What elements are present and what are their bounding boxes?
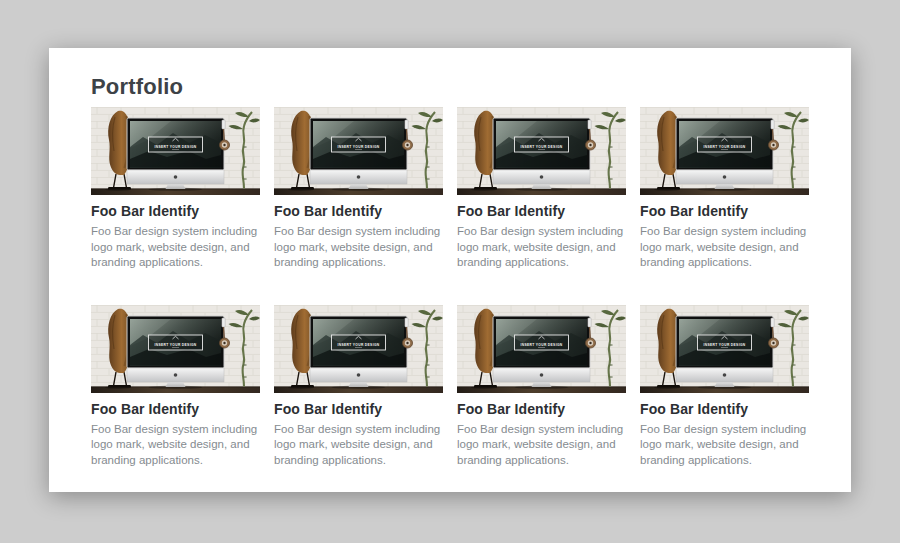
apple-logo-icon xyxy=(723,175,727,179)
card-title: Foo Bar Identify xyxy=(274,401,443,418)
screen-label: INSERT YOUR DESIGN xyxy=(704,145,746,149)
imac-on-desk-photo: INSERT YOUR DESIGN xyxy=(274,305,443,393)
card-description: Foo Bar design system including logo mar… xyxy=(274,224,443,271)
card-title: Foo Bar Identify xyxy=(457,401,626,418)
card-description: Foo Bar design system including logo mar… xyxy=(457,422,626,469)
screen-label: INSERT YOUR DESIGN xyxy=(521,342,563,346)
screen-frame-box: INSERT YOUR DESIGN xyxy=(515,335,569,350)
imac-stand xyxy=(532,184,552,189)
screen-label: INSERT YOUR DESIGN xyxy=(338,342,380,346)
screen-subcaption-line xyxy=(538,347,545,348)
apple-logo-icon xyxy=(540,175,544,179)
imac-on-desk-photo: INSERT YOUR DESIGN xyxy=(640,107,809,195)
card-description: Foo Bar design system including logo mar… xyxy=(274,422,443,469)
apple-logo-icon xyxy=(357,175,361,179)
imac-on-desk-photo: INSERT YOUR DESIGN xyxy=(457,107,626,195)
screen-label: INSERT YOUR DESIGN xyxy=(338,145,380,149)
screen-subcaption-line xyxy=(721,149,728,150)
portfolio-thumbnail-link[interactable]: INSERT YOUR DESIGN xyxy=(91,305,260,393)
portfolio-thumbnail-link[interactable]: INSERT YOUR DESIGN xyxy=(274,107,443,195)
portfolio-thumbnail-link[interactable]: INSERT YOUR DESIGN xyxy=(457,305,626,393)
imac-on-desk-photo: INSERT YOUR DESIGN xyxy=(91,305,260,393)
card-title: Foo Bar Identify xyxy=(91,203,260,220)
screen-frame-box: INSERT YOUR DESIGN xyxy=(149,335,203,350)
imac: INSERT YOUR DESIGN xyxy=(493,118,590,191)
portfolio-grid: INSERT YOUR DESIGN Fo xyxy=(91,107,809,468)
imac: INSERT YOUR DESIGN xyxy=(676,316,773,389)
portfolio-thumbnail-link[interactable]: INSERT YOUR DESIGN xyxy=(640,107,809,195)
card-title: Foo Bar Identify xyxy=(640,401,809,418)
imac-chin xyxy=(127,170,224,184)
screen-label: INSERT YOUR DESIGN xyxy=(521,145,563,149)
screen-label: INSERT YOUR DESIGN xyxy=(155,342,197,346)
screen-subcaption-line xyxy=(172,347,179,348)
card-description: Foo Bar design system including logo mar… xyxy=(640,422,809,469)
portfolio-thumbnail-link[interactable]: INSERT YOUR DESIGN xyxy=(274,305,443,393)
screen-frame-box: INSERT YOUR DESIGN xyxy=(698,137,752,152)
imac: INSERT YOUR DESIGN xyxy=(310,118,407,191)
imac: INSERT YOUR DESIGN xyxy=(127,316,224,389)
apple-logo-icon xyxy=(174,373,178,377)
imac: INSERT YOUR DESIGN xyxy=(127,118,224,191)
screen-frame-box: INSERT YOUR DESIGN xyxy=(149,137,203,152)
screen-subcaption-line xyxy=(355,347,362,348)
imac-on-desk-photo: INSERT YOUR DESIGN xyxy=(91,107,260,195)
apple-logo-icon xyxy=(540,373,544,377)
portfolio-card: INSERT YOUR DESIGN Fo xyxy=(457,107,626,271)
screen-frame-box: INSERT YOUR DESIGN xyxy=(332,137,386,152)
imac-stand xyxy=(715,382,735,387)
imac: INSERT YOUR DESIGN xyxy=(493,316,590,389)
imac-stand xyxy=(349,382,369,387)
imac: INSERT YOUR DESIGN xyxy=(310,316,407,389)
card-title: Foo Bar Identify xyxy=(274,203,443,220)
portfolio-card: INSERT YOUR DESIGN Fo xyxy=(274,305,443,469)
portfolio-thumbnail-link[interactable]: INSERT YOUR DESIGN xyxy=(457,107,626,195)
screen-subcaption-line xyxy=(721,347,728,348)
portfolio-thumbnail-link[interactable]: INSERT YOUR DESIGN xyxy=(91,107,260,195)
card-description: Foo Bar design system including logo mar… xyxy=(640,224,809,271)
portfolio-card: INSERT YOUR DESIGN Fo xyxy=(457,305,626,469)
screen-subcaption-line xyxy=(538,149,545,150)
screen-frame-box: INSERT YOUR DESIGN xyxy=(332,335,386,350)
screen-subcaption-line xyxy=(355,149,362,150)
screen-label: INSERT YOUR DESIGN xyxy=(155,145,197,149)
imac-on-desk-photo: INSERT YOUR DESIGN xyxy=(640,305,809,393)
card-title: Foo Bar Identify xyxy=(457,203,626,220)
imac-stand xyxy=(166,382,186,387)
apple-logo-icon xyxy=(357,373,361,377)
imac-chin xyxy=(493,170,590,184)
imac-chin xyxy=(310,170,407,184)
portfolio-card: INSERT YOUR DESIGN Fo xyxy=(640,305,809,469)
content-sheet: Portfolio xyxy=(49,48,851,492)
imac: INSERT YOUR DESIGN xyxy=(676,118,773,191)
card-title: Foo Bar Identify xyxy=(640,203,809,220)
apple-logo-icon xyxy=(174,175,178,179)
imac-stand xyxy=(532,382,552,387)
imac-stand xyxy=(166,184,186,189)
imac-chin xyxy=(127,368,224,382)
screen-subcaption-line xyxy=(172,149,179,150)
imac-on-desk-photo: INSERT YOUR DESIGN xyxy=(274,107,443,195)
portfolio-card: INSERT YOUR DESIGN Fo xyxy=(91,305,260,469)
imac-stand xyxy=(715,184,735,189)
page-title: Portfolio xyxy=(91,74,809,100)
imac-chin xyxy=(493,368,590,382)
screen-frame-box: INSERT YOUR DESIGN xyxy=(698,335,752,350)
imac-chin xyxy=(676,170,773,184)
portfolio-thumbnail-link[interactable]: INSERT YOUR DESIGN xyxy=(640,305,809,393)
imac-stand xyxy=(349,184,369,189)
card-description: Foo Bar design system including logo mar… xyxy=(91,422,260,469)
apple-logo-icon xyxy=(723,373,727,377)
portfolio-card: INSERT YOUR DESIGN Fo xyxy=(274,107,443,271)
portfolio-card: INSERT YOUR DESIGN Fo xyxy=(640,107,809,271)
screen-label: INSERT YOUR DESIGN xyxy=(704,342,746,346)
screen-frame-box: INSERT YOUR DESIGN xyxy=(515,137,569,152)
imac-on-desk-photo: INSERT YOUR DESIGN xyxy=(457,305,626,393)
imac-chin xyxy=(310,368,407,382)
portfolio-card: INSERT YOUR DESIGN Fo xyxy=(91,107,260,271)
imac-chin xyxy=(676,368,773,382)
card-description: Foo Bar design system including logo mar… xyxy=(457,224,626,271)
card-description: Foo Bar design system including logo mar… xyxy=(91,224,260,271)
card-title: Foo Bar Identify xyxy=(91,401,260,418)
